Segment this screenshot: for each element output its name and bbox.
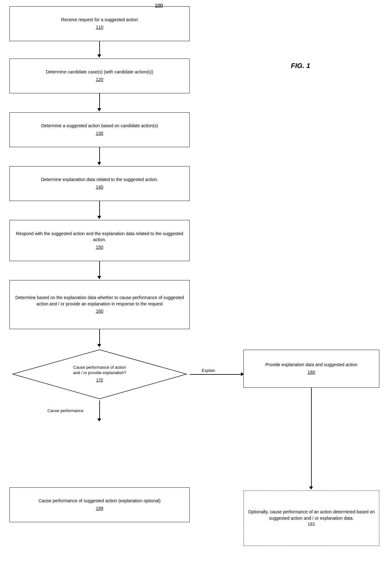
box-130-text: Determine a suggested action based on ca…	[41, 123, 158, 129]
box-110-step: 110	[96, 24, 103, 31]
box-181-step: 181	[308, 521, 315, 528]
arrow-140-150	[99, 201, 100, 217]
box-180-step: 180	[308, 369, 315, 376]
box-150-step: 150	[96, 244, 103, 251]
explain-label: Explain	[202, 368, 215, 373]
arrow-120-130	[99, 93, 100, 109]
box-110-text: Receive request for a suggested action	[61, 17, 138, 23]
box-181: Optionally, cause performance of an acti…	[243, 491, 379, 546]
arrow-180-181	[311, 388, 312, 487]
arrowhead-160-diamond	[97, 344, 101, 347]
box-199-text: Cause performance of suggested action (e…	[39, 498, 161, 504]
box-110: Receive request for a suggested action 1…	[9, 6, 190, 41]
svg-text:170: 170	[96, 378, 103, 382]
arrow-diamond-right	[190, 374, 243, 375]
box-199-step: 199	[96, 505, 103, 512]
arrow-150-160	[99, 261, 100, 277]
box-180: Provide explanation data and suggested a…	[243, 350, 379, 388]
svg-text:Cause performance of action: Cause performance of action	[73, 365, 126, 370]
box-140: Determine explanation data related to th…	[9, 166, 190, 201]
fig-label: FIG. 1	[291, 62, 310, 70]
box-199: Cause performance of suggested action (e…	[9, 487, 190, 522]
box-181-text: Optionally, cause performance of an acti…	[248, 509, 375, 521]
box-130-step: 130	[96, 130, 103, 137]
arrowhead-110-120	[97, 54, 101, 58]
arrowhead-130-140	[97, 162, 101, 165]
box-120-step: 120	[96, 77, 103, 83]
box-150: Respond with the suggested action and th…	[9, 220, 190, 261]
arrow-diamond-down	[99, 400, 100, 419]
box-160: Determine based on the explanation data …	[9, 280, 190, 329]
arrowhead-120-130	[97, 108, 101, 111]
arrow-110-120	[99, 41, 100, 55]
box-140-step: 140	[96, 184, 103, 191]
box-140-text: Determine explanation data related to th…	[41, 177, 158, 183]
arrow-130-140	[99, 147, 100, 163]
box-120-text: Determine candidate case(s) (with candid…	[46, 69, 153, 75]
box-120: Determine candidate case(s) (with candid…	[9, 59, 190, 93]
box-160-text: Determine based on the explanation data …	[14, 295, 186, 307]
cause-performance-label: Cause performance	[47, 408, 83, 413]
arrowhead-150-160	[97, 276, 101, 279]
arrow-160-diamond	[99, 329, 100, 345]
svg-text:and / or provide explanation?: and / or provide explanation?	[73, 370, 126, 375]
box-160-step: 160	[96, 308, 103, 315]
arrowhead-180-181	[309, 486, 313, 490]
diagram-container: 100 FIG. 1 Receive request for a suggest…	[0, 0, 392, 564]
box-180-text: Provide explanation data and suggested a…	[265, 362, 357, 368]
arrowhead-diamond-down	[97, 418, 101, 422]
diamond-170: Cause performance of action and / or pro…	[9, 348, 190, 400]
ref-100-label: 100	[155, 3, 163, 8]
box-130: Determine a suggested action based on ca…	[9, 112, 190, 147]
box-150-text: Respond with the suggested action and th…	[14, 231, 186, 243]
arrowhead-140-150	[97, 216, 101, 219]
